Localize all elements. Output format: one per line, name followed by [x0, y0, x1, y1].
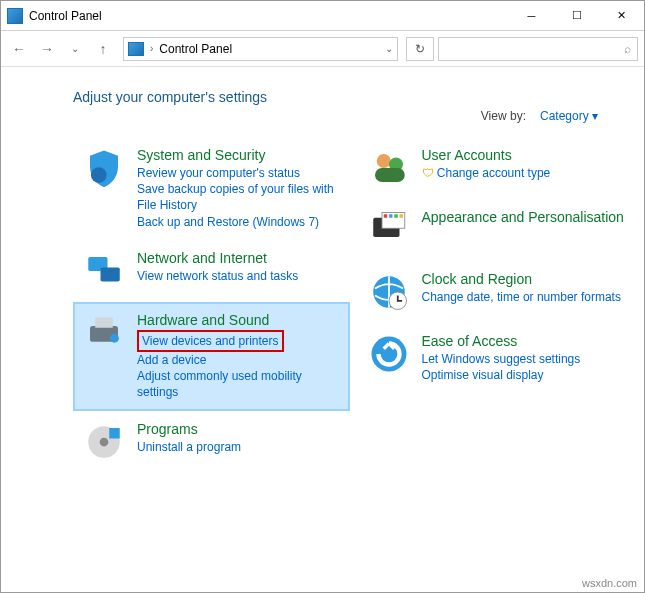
- control-panel-icon: [128, 42, 144, 56]
- link-file-history[interactable]: Save backup copies of your files with Fi…: [137, 181, 340, 213]
- category-appearance[interactable]: Appearance and Personalisation: [358, 199, 635, 261]
- link-uninstall-program[interactable]: Uninstall a program: [137, 439, 340, 455]
- link-suggest-settings[interactable]: Let Windows suggest settings: [422, 351, 625, 367]
- link-review-status[interactable]: Review your computer's status: [137, 165, 340, 181]
- category-network-internet[interactable]: Network and Internet View network status…: [73, 240, 350, 302]
- category-column-left: System and Security Review your computer…: [73, 137, 350, 473]
- printer-icon: [83, 312, 125, 354]
- navbar: ← → ⌄ ↑ › Control Panel ⌄ ↻ ⌕: [1, 31, 644, 67]
- viewby-dropdown[interactable]: Category ▾: [540, 109, 598, 123]
- category-title[interactable]: System and Security: [137, 147, 340, 163]
- address-bar[interactable]: › Control Panel ⌄: [123, 37, 398, 61]
- network-icon: [83, 250, 125, 292]
- app-icon: [7, 8, 23, 24]
- category-ease-of-access[interactable]: Ease of Access Let Windows suggest setti…: [358, 323, 635, 393]
- programs-icon: [83, 421, 125, 463]
- link-add-device[interactable]: Add a device: [137, 352, 340, 368]
- minimize-button[interactable]: ─: [509, 1, 554, 31]
- link-network-status[interactable]: View network status and tasks: [137, 268, 340, 284]
- link-optimise-display[interactable]: Optimise visual display: [422, 367, 625, 383]
- svg-rect-17: [399, 214, 403, 218]
- content-area: Adjust your computer's settings View by:…: [1, 67, 644, 483]
- recent-dropdown[interactable]: ⌄: [63, 37, 87, 61]
- category-title[interactable]: User Accounts: [422, 147, 625, 163]
- up-button[interactable]: ↑: [91, 37, 115, 61]
- window-title: Control Panel: [29, 9, 509, 23]
- link-date-time-formats[interactable]: Change date, time or number formats: [422, 289, 625, 305]
- svg-rect-2: [101, 267, 120, 281]
- category-clock-region[interactable]: Clock and Region Change date, time or nu…: [358, 261, 635, 323]
- breadcrumb-location[interactable]: Control Panel: [159, 42, 232, 56]
- users-icon: [368, 147, 410, 189]
- category-title[interactable]: Programs: [137, 421, 340, 437]
- category-programs[interactable]: Programs Uninstall a program: [73, 411, 350, 473]
- category-system-security[interactable]: System and Security Review your computer…: [73, 137, 350, 240]
- svg-rect-16: [394, 214, 398, 218]
- watermark: wsxdn.com: [582, 577, 637, 589]
- clock-globe-icon: [368, 271, 410, 313]
- svg-rect-15: [389, 214, 393, 218]
- address-dropdown-icon[interactable]: ⌄: [385, 43, 393, 54]
- back-button[interactable]: ←: [7, 37, 31, 61]
- breadcrumb-chevron-icon: ›: [150, 43, 153, 54]
- svg-point-5: [110, 334, 119, 343]
- uac-shield-icon: 🛡: [422, 166, 434, 180]
- svg-point-0: [91, 167, 107, 183]
- category-title[interactable]: Network and Internet: [137, 250, 340, 266]
- category-title[interactable]: Ease of Access: [422, 333, 625, 349]
- category-user-accounts[interactable]: User Accounts 🛡 Change account type: [358, 137, 635, 199]
- link-devices-printers[interactable]: View devices and printers: [137, 330, 284, 352]
- link-mobility-settings[interactable]: Adjust commonly used mobility settings: [137, 368, 340, 400]
- category-hardware-sound[interactable]: Hardware and Sound View devices and prin…: [73, 302, 350, 411]
- svg-point-9: [376, 154, 390, 168]
- category-column-right: User Accounts 🛡 Change account type Appe…: [358, 137, 635, 473]
- svg-point-7: [100, 437, 109, 446]
- svg-rect-11: [375, 168, 405, 182]
- search-input[interactable]: ⌕: [438, 37, 638, 61]
- page-heading: Adjust your computer's settings: [73, 89, 634, 105]
- forward-button[interactable]: →: [35, 37, 59, 61]
- appearance-icon: [368, 209, 410, 251]
- maximize-button[interactable]: ☐: [554, 1, 599, 31]
- titlebar: Control Panel ─ ☐ ✕: [1, 1, 644, 31]
- svg-rect-14: [383, 214, 387, 218]
- svg-rect-4: [95, 317, 113, 328]
- category-title[interactable]: Appearance and Personalisation: [422, 209, 625, 225]
- svg-rect-8: [109, 428, 120, 439]
- search-icon: ⌕: [624, 42, 631, 56]
- category-title[interactable]: Hardware and Sound: [137, 312, 340, 328]
- category-title[interactable]: Clock and Region: [422, 271, 625, 287]
- viewby-label: View by:: [481, 109, 526, 123]
- refresh-button[interactable]: ↻: [406, 37, 434, 61]
- close-button[interactable]: ✕: [599, 1, 644, 31]
- link-backup-restore[interactable]: Back up and Restore (Windows 7): [137, 214, 340, 230]
- viewby-row: View by: Category ▾: [73, 109, 598, 123]
- link-change-account-type[interactable]: Change account type: [437, 166, 550, 180]
- shield-icon: [83, 147, 125, 189]
- ease-of-access-icon: [368, 333, 410, 375]
